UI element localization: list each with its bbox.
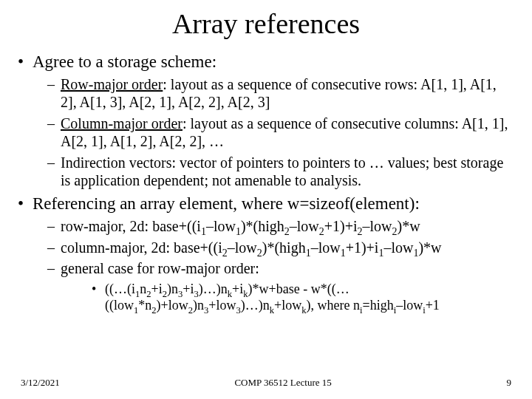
t: –low (206, 218, 236, 234)
footer: 3/12/2021 COMP 36512 Lecture 15 9 (18, 377, 514, 389)
bullet-text: Agree to a storage scheme: (33, 52, 216, 71)
footer-page: 9 (507, 377, 512, 389)
sub: 1 (306, 248, 311, 259)
subbullet-column-major: Column-major order: layout as a sequence… (33, 115, 514, 151)
t: ), where n (307, 298, 360, 313)
t: )n (193, 298, 204, 313)
t: )*w (418, 239, 441, 256)
subbullet-col-major-2d: column-major, 2d: base+((i2–low2)*(high1… (33, 239, 514, 256)
t: +i (151, 282, 163, 296)
sublist-storage: Row-major order: layout as a sequence of… (33, 75, 514, 189)
t: –low (383, 239, 413, 256)
t: column-major, 2d: base+((i (61, 239, 222, 256)
t: n (140, 282, 146, 296)
sub: 1 (236, 226, 241, 237)
sub: 1 (201, 226, 206, 237)
t: –low (396, 298, 423, 313)
t: )n (167, 282, 178, 296)
sub: 2 (284, 226, 290, 237)
t: )…)n (241, 298, 270, 313)
bullet-text: general case for row-major order: (61, 260, 259, 276)
t: ((…(i (105, 282, 135, 296)
bullet-list: Agree to a storage scheme: Row-major ord… (18, 52, 514, 318)
subbullet-row-major: Row-major order: layout as a sequence of… (33, 75, 514, 112)
t: )…)n (199, 282, 228, 296)
sub: 2 (392, 226, 398, 237)
subsublist-general: ((…(i1n2+i2)n3+i3)…)nk+ik)*w+base - w*((… (61, 281, 514, 314)
footer-course: COMP 36512 Lecture 15 (60, 377, 507, 389)
slide: Array references Agree to a storage sche… (0, 0, 532, 399)
term-underline: Row-major order (61, 76, 163, 92)
bullet-text: Referencing an array element, where w=si… (33, 194, 420, 213)
sub: 2 (257, 248, 262, 259)
sub: 1 (341, 248, 346, 259)
t: *n (138, 298, 151, 313)
subbullet-general-case: general case for row-major order: ((…(i1… (33, 259, 514, 313)
footer-date: 3/12/2021 (21, 377, 60, 389)
t: –low (228, 239, 257, 256)
t: )+low (157, 298, 188, 313)
t: +i (183, 282, 194, 296)
t: +1 (426, 298, 440, 313)
t: +i (232, 282, 243, 296)
t: +low (208, 298, 236, 313)
term-underline: Column-major order (61, 115, 183, 132)
sub: 2 (222, 248, 228, 259)
subbullet-indirection: Indirection vectors: vector of pointers … (33, 154, 514, 190)
bullet-referencing: Referencing an array element, where w=si… (18, 194, 514, 313)
t: =high (363, 298, 394, 313)
subsubbullet-formula: ((…(i1n2+i2)n3+i3)…)nk+ik)*w+base - w*((… (61, 281, 514, 314)
t: +1)+i (346, 239, 379, 256)
sub: 2 (319, 226, 324, 237)
t: +low (274, 298, 301, 313)
t: –low (290, 218, 319, 234)
t: –low (363, 218, 392, 234)
slide-title: Array references (18, 7, 514, 40)
subbullet-row-major-2d: row-major, 2d: base+((i1–low1)*(high2–lo… (33, 217, 514, 235)
t: )*w (398, 218, 420, 234)
bullet-storage-scheme: Agree to a storage scheme: Row-major ord… (18, 52, 514, 189)
t: )*(high (241, 218, 284, 234)
t: )*(high (262, 239, 306, 256)
t: row-major, 2d: base+((i (61, 218, 201, 234)
sublist-referencing: row-major, 2d: base+((i1–low1)*(high2–lo… (33, 217, 514, 313)
bullet-text: Indirection vectors: vector of pointers … (61, 154, 503, 188)
t: –low (311, 239, 341, 256)
sub: 2 (358, 226, 363, 237)
t: +1)+i (324, 218, 358, 234)
